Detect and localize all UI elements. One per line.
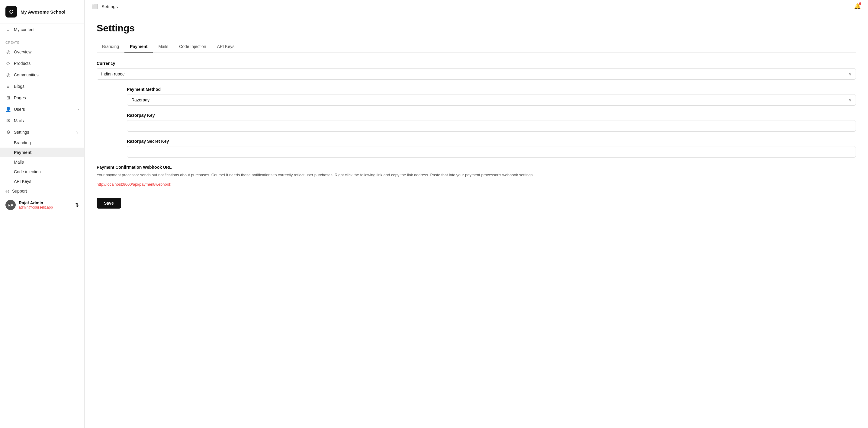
webhook-section: Payment Confirmation Webhook URL Your pa… — [97, 165, 856, 187]
sidebar-sub-mails[interactable]: Mails — [0, 157, 84, 167]
currency-select-wrapper: Indian rupee ∨ — [97, 68, 856, 80]
overview-icon: ◎ — [5, 49, 11, 55]
tab-mails[interactable]: Mails — [153, 41, 174, 53]
sidebar-support[interactable]: ◎ Support — [0, 186, 84, 196]
sidebar-item-mails[interactable]: ✉ Mails — [0, 115, 84, 127]
sidebar-item-label: Pages — [14, 95, 26, 100]
sidebar-item-users[interactable]: 👤 Users › — [0, 103, 84, 115]
sidebar-item-label: Blogs — [14, 84, 25, 89]
communities-icon: ◎ — [5, 72, 11, 77]
support-icon: ◎ — [5, 189, 9, 194]
app-name: My Awesome School — [21, 9, 65, 14]
avatar: RA — [5, 200, 16, 210]
currency-select[interactable]: Indian rupee — [97, 68, 856, 80]
sidebar-sub-code-injection[interactable]: Code injection — [0, 167, 84, 176]
webhook-title: Payment Confirmation Webhook URL — [97, 165, 856, 170]
sidebar-item-communities[interactable]: ◎ Communities — [0, 69, 84, 80]
user-sub: admin@courselit.app — [19, 205, 53, 209]
payment-method-label: Payment Method — [127, 87, 856, 92]
sidebar-item-my-content[interactable]: ≡ My content — [0, 24, 84, 35]
razorpay-key-section: 2 → Razorpay Key — [97, 113, 856, 132]
bell-notification-dot — [859, 2, 861, 5]
razorpay-secret-label: Razorpay Secret Key — [127, 139, 856, 144]
sidebar-item-label: Users — [14, 107, 25, 112]
sub-label: API Keys — [14, 179, 31, 184]
webhook-url-link[interactable]: http://localhost:8000/api/payment/webhoo… — [97, 182, 171, 187]
blogs-icon: ≡ — [5, 84, 11, 89]
sub-label: Payment — [14, 150, 31, 155]
page-title: Settings — [97, 23, 856, 34]
mails-icon: ✉ — [5, 118, 11, 124]
razorpay-key-label: Razorpay Key — [127, 113, 856, 118]
currency-section: Currency Indian rupee ∨ — [97, 61, 856, 80]
payment-method-select[interactable]: Razorpay — [127, 94, 856, 106]
settings-chevron-icon: ∨ — [76, 130, 79, 134]
sidebar-item-label: Overview — [14, 50, 31, 54]
settings-icon: ⚙ — [5, 130, 11, 135]
sidebar-section-create: Create — [0, 35, 84, 46]
sidebar-item-pages[interactable]: ⊞ Pages — [0, 92, 84, 103]
sidebar-item-label: Settings — [14, 130, 29, 135]
main-content: ⬜ Settings 🔔 Settings Branding Payment M… — [85, 0, 868, 428]
razorpay-key-input[interactable] — [127, 120, 856, 132]
sidebar-item-products[interactable]: ◇ Products — [0, 58, 84, 69]
logo-box: C — [5, 6, 17, 18]
tab-api-keys[interactable]: API Keys — [212, 41, 240, 53]
sub-label: Branding — [14, 140, 31, 145]
users-icon: 👤 — [5, 106, 11, 112]
sidebar-toggle-icon[interactable]: ⬜ — [92, 4, 98, 9]
sidebar-item-label: Communities — [14, 72, 39, 77]
sidebar-sub-branding[interactable]: Branding — [0, 138, 84, 147]
payment-method-section: 1 → Payment Method Razorpay ∨ — [97, 87, 856, 106]
tab-branding[interactable]: Branding — [97, 41, 124, 53]
sidebar-item-settings[interactable]: ⚙ Settings ∨ — [0, 127, 84, 138]
save-button[interactable]: Save — [97, 198, 121, 208]
sidebar-sub-payment[interactable]: Payment — [0, 147, 84, 157]
sidebar-item-blogs[interactable]: ≡ Blogs — [0, 80, 84, 92]
user-name: Rajat Admin — [19, 200, 53, 205]
topbar-title: Settings — [101, 4, 118, 9]
logo-letter: C — [9, 9, 13, 15]
topbar: ⬜ Settings 🔔 — [85, 0, 868, 13]
payment-method-select-wrapper: Razorpay ∨ — [127, 94, 856, 106]
sidebar-item-label: My content — [14, 27, 34, 32]
razorpay-secret-section: 3 → Razorpay Secret Key — [97, 139, 856, 158]
sidebar-item-label: Products — [14, 61, 31, 66]
sidebar-item-label: Mails — [14, 118, 24, 123]
user-row[interactable]: RA Rajat Admin admin@courselit.app ⇅ — [0, 196, 84, 214]
sub-label: Code injection — [14, 169, 41, 174]
products-icon: ◇ — [5, 61, 11, 66]
webhook-desc: Your payment processor sends out notific… — [97, 172, 856, 178]
sidebar: C My Awesome School ≡ My content Create … — [0, 0, 85, 428]
tab-code-injection[interactable]: Code Injection — [174, 41, 212, 53]
user-chevron-icon: ⇅ — [75, 202, 79, 208]
razorpay-secret-input[interactable] — [127, 146, 856, 158]
app-logo[interactable]: C My Awesome School — [0, 0, 84, 24]
pages-icon: ⊞ — [5, 95, 11, 100]
currency-label: Currency — [97, 61, 856, 66]
settings-tabs: Branding Payment Mails Code Injection AP… — [97, 41, 856, 53]
support-label: Support — [12, 189, 27, 194]
content-area: Settings Branding Payment Mails Code Inj… — [85, 13, 868, 428]
users-chevron-icon: › — [78, 107, 79, 111]
sub-label: Mails — [14, 160, 24, 165]
sidebar-sub-api-keys[interactable]: API Keys — [0, 176, 84, 186]
tab-payment[interactable]: Payment — [124, 41, 153, 53]
bell-button[interactable]: 🔔 — [854, 3, 861, 10]
my-content-icon: ≡ — [5, 27, 11, 32]
sidebar-item-overview[interactable]: ◎ Overview — [0, 46, 84, 58]
